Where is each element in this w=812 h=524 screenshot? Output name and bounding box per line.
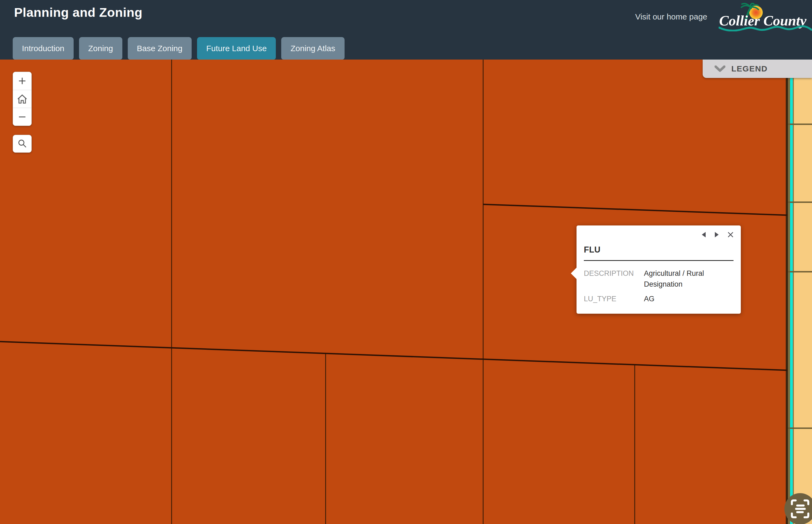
search-icon bbox=[17, 138, 27, 149]
popup-divider bbox=[584, 260, 733, 261]
scan-text-icon bbox=[789, 498, 811, 520]
collier-county-logo: Collier County bbox=[718, 2, 812, 31]
planning-zoning-app: LEGEND bbox=[0, 0, 812, 524]
page-title: Planning and Zoning bbox=[14, 5, 143, 20]
minus-icon bbox=[18, 112, 27, 121]
zoom-in-button[interactable] bbox=[13, 72, 31, 90]
legend-label: LEGEND bbox=[731, 64, 768, 73]
map-search-button[interactable] bbox=[13, 135, 32, 153]
logo-text: Collier County bbox=[719, 13, 807, 29]
legend-toggle[interactable]: LEGEND bbox=[703, 60, 812, 78]
triangle-left-icon bbox=[701, 231, 706, 238]
popup-field-row: DESCRIPTION Agricultural / Rural Designa… bbox=[577, 268, 741, 290]
field-label-lu-type: LU_TYPE bbox=[584, 293, 644, 304]
field-value-lu-type: AG bbox=[644, 293, 725, 304]
tab-introduction[interactable]: Introduction bbox=[13, 37, 73, 60]
tab-zoning-atlas[interactable]: Zoning Atlas bbox=[281, 37, 344, 60]
app-header: Planning and Zoning Visit our home page bbox=[0, 0, 812, 60]
flu-popup: FLU DESCRIPTION Agricultural / Rural Des… bbox=[577, 226, 741, 314]
popup-next-button[interactable] bbox=[714, 231, 719, 238]
tab-bar: Introduction Zoning Base Zoning Future L… bbox=[13, 37, 345, 60]
chevron-down-icon bbox=[715, 65, 725, 72]
popup-title: FLU bbox=[584, 245, 733, 255]
close-icon bbox=[727, 231, 734, 238]
popup-close-button[interactable] bbox=[727, 231, 734, 238]
home-button[interactable] bbox=[13, 90, 31, 108]
tab-zoning[interactable]: Zoning bbox=[79, 37, 122, 60]
popup-callout-arrow bbox=[571, 267, 577, 279]
field-label-description: DESCRIPTION bbox=[584, 268, 644, 290]
home-icon bbox=[17, 94, 28, 104]
triangle-right-icon bbox=[714, 231, 719, 238]
home-page-link[interactable]: Visit our home page bbox=[635, 12, 707, 21]
scan-text-button[interactable] bbox=[784, 493, 812, 524]
field-value-description: Agricultural / Rural Designation bbox=[644, 268, 725, 290]
tab-future-land-use[interactable]: Future Land Use bbox=[197, 37, 276, 60]
plus-icon bbox=[18, 76, 27, 85]
zoom-out-button[interactable] bbox=[13, 108, 31, 126]
map-canvas[interactable]: LEGEND bbox=[0, 60, 812, 524]
zoom-widget bbox=[13, 72, 32, 126]
popup-field-row: LU_TYPE AG bbox=[577, 293, 741, 304]
tab-base-zoning[interactable]: Base Zoning bbox=[128, 37, 192, 60]
popup-prev-button[interactable] bbox=[701, 231, 706, 238]
